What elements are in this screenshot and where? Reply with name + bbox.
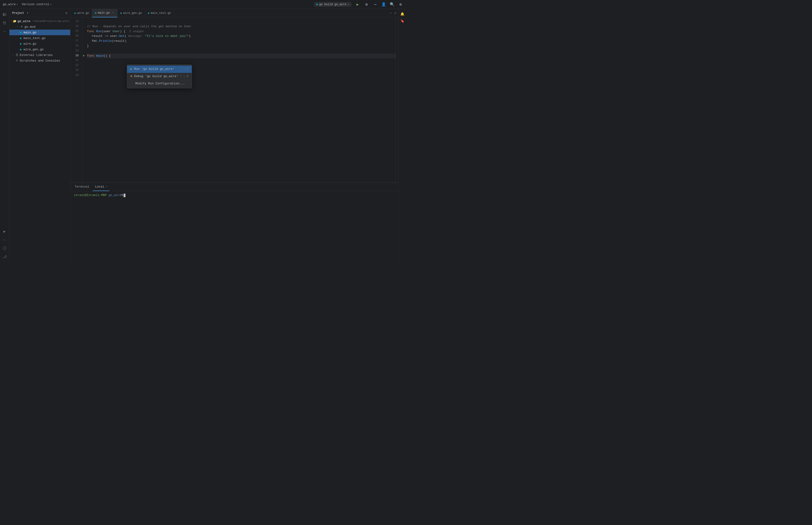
editor-scrollbar[interactable]	[396, 17, 398, 183]
code-line-29	[87, 49, 396, 54]
icon-bar: ⋯ ▶ >_ ⓘ ⎇	[0, 9, 10, 262]
ln-32: 32	[71, 63, 79, 68]
sidebar-tree: ▾ 📁 go_wire ~/GolandProjects/go_wire › ≡…	[10, 17, 70, 262]
bottom-panel: Terminal Local × israel@Israels-MBP go_w…	[71, 183, 398, 262]
scratches-name: Scratches and Consoles	[20, 59, 60, 62]
wire-gen-go-tab-icon: ◉	[120, 12, 122, 15]
project-selector[interactable]: go_wire ▾	[3, 3, 18, 6]
tab-main-test-go[interactable]: ◉ main_test.go	[145, 9, 174, 17]
code-line-31	[87, 58, 396, 63]
ext-lib-icon: ☰	[15, 53, 19, 57]
code-editor[interactable]: 23 24 25 26 27 28 29 30 31 32 33 34	[71, 17, 398, 183]
debug-button[interactable]: ⚙	[364, 2, 369, 7]
code-line-27: fmt.Println(result)	[87, 39, 396, 44]
tree-external-libs[interactable]: › ☰ External Libraries	[10, 52, 70, 58]
problems-icon[interactable]: ⓘ	[1, 245, 9, 252]
main-go-icon: ◉	[19, 31, 22, 34]
local-tab-label: Local	[95, 185, 104, 189]
tree-root-arrow: ▾	[11, 19, 13, 23]
run-button[interactable]: ▶	[355, 2, 361, 7]
top-bar: go_wire ▾ Version control ▾ ◉ go build g…	[0, 0, 406, 9]
menu-item-run[interactable]: ▶ Run 'go build go_wire' ^ ⇧ R	[127, 65, 192, 73]
sidebar-toggle-button[interactable]	[1, 11, 9, 18]
terminal-user: israel@Israels-MBP	[74, 193, 107, 198]
ln-23: 23	[71, 19, 79, 24]
code-line-24: // Run - Depends on user and calls the g…	[87, 24, 396, 29]
main-go-tab-icon: ◉	[95, 11, 96, 14]
editor-check-icon: ✓	[394, 11, 398, 15]
terminal-tab-label: Terminal	[75, 185, 89, 189]
tree-main-test-go[interactable]: ◉ main_test.go	[10, 35, 70, 41]
modify-menu-label: Modify Run Configuration...	[135, 81, 185, 86]
code-line-26: result := user.Get( message: "It's nice …	[87, 34, 396, 39]
tree-wire-gen-go[interactable]: ◉ wire_gen.go	[10, 46, 70, 52]
sidebar-chevron[interactable]: ▾	[27, 12, 28, 15]
terminal-panel-icon[interactable]: >_	[1, 236, 9, 244]
tab-wire-gen-go[interactable]: ◉ wire_gen.go	[118, 9, 145, 17]
bottom-tab-terminal[interactable]: Terminal	[72, 183, 92, 191]
more-options-button[interactable]: ⋯	[373, 2, 378, 7]
terminal-prompt-sym: %	[121, 193, 123, 198]
search-button[interactable]: 🔍	[389, 2, 395, 7]
ln-28: 28	[71, 44, 79, 49]
scratches-arrow	[11, 59, 15, 62]
ln-27: 27	[71, 39, 79, 44]
ext-lib-arrow: ›	[11, 53, 15, 57]
main-go-tab-close[interactable]: ×	[111, 11, 114, 15]
code-content[interactable]: // Run - Depends on user and calls the g…	[82, 17, 396, 183]
tree-root-folder[interactable]: ▾ 📁 go_wire ~/GolandProjects/go_wire	[10, 18, 70, 24]
top-bar-right: ◉ go build go_wire ▾ ▶ ⚙ ⋯ 👤 🔍 ⚙	[314, 2, 403, 7]
git-icon[interactable]: ⎇	[1, 253, 9, 260]
menu-item-debug[interactable]: ⚙ Debug 'go build go_wire' ^ ⇧ D	[127, 73, 192, 80]
icon-bar-bottom: ▶ >_ ⓘ ⎇	[1, 228, 9, 262]
run-config-name: go build go_wire	[319, 3, 346, 6]
run-config-chevron: ▾	[348, 3, 349, 6]
tree-wire-go[interactable]: ◉ wire.go	[10, 41, 70, 46]
tree-go-mod[interactable]: › ≡ go.mod	[10, 24, 70, 30]
ext-lib-name: External Libraries	[20, 53, 52, 57]
bottom-tab-local[interactable]: Local ×	[93, 183, 109, 191]
profile-button[interactable]: 👤	[381, 2, 386, 7]
run-panel-icon[interactable]: ▶	[1, 228, 9, 235]
wire-go-tab-icon: ◉	[74, 12, 76, 15]
svg-rect-3	[5, 21, 6, 23]
bookmarks-right-icon[interactable]: 🔖	[399, 18, 405, 24]
local-tab-close[interactable]: ×	[106, 185, 107, 188]
project-chevron: ▾	[17, 3, 18, 6]
sidebar-settings-icon[interactable]: ⚙	[65, 11, 67, 15]
run-gutter-icon[interactable]: ▶	[83, 54, 85, 58]
go-mod-icon: ≡	[20, 25, 24, 29]
tabs-overflow-button[interactable]: ⋯	[389, 11, 393, 15]
bottom-tabs: Terminal Local ×	[71, 183, 398, 191]
ln-30: 30	[71, 54, 79, 59]
vcs-selector[interactable]: Version control ▾	[22, 3, 52, 6]
main-test-go-icon: ◉	[19, 36, 22, 40]
settings-button[interactable]: ⚙	[398, 2, 403, 7]
plugins-icon[interactable]: ⋯	[1, 28, 9, 35]
main-layout: ⋯ ▶ >_ ⓘ ⎇ Project ▾ ⚙ ▾ 📁 go_wire ~/Gol…	[0, 9, 406, 262]
go-mod-name: go.mod	[25, 25, 35, 29]
terminal-prompt: israel@Israels-MBP go_wire %	[74, 193, 395, 198]
svg-rect-4	[3, 23, 4, 25]
ln-26: 26	[71, 34, 79, 39]
tab-wire-go[interactable]: ◉ wire.go	[72, 9, 92, 17]
main-go-tab-label: main.go	[98, 11, 110, 15]
terminal-content[interactable]: israel@Israels-MBP go_wire %	[71, 191, 398, 262]
tree-main-go[interactable]: ◉ main.go	[10, 30, 70, 35]
wire-gen-go-icon: ◉	[19, 47, 22, 51]
ln-34: 34	[71, 73, 79, 78]
main-test-go-tab-label: main_test.go	[151, 12, 171, 15]
structure-icon[interactable]	[1, 19, 9, 27]
ln-33: 33	[71, 68, 79, 73]
code-line-23	[87, 19, 396, 24]
code-line-30: ▶ func main() {	[87, 54, 396, 59]
notifications-icon[interactable]: 🔔	[399, 11, 405, 17]
run-config-selector[interactable]: ◉ go build go_wire ▾	[314, 2, 352, 7]
menu-item-modify[interactable]: Modify Run Configuration...	[127, 80, 192, 87]
right-icon-bar: 🔔 🔖	[398, 9, 406, 262]
tree-scratches[interactable]: ≡ Scratches and Consoles	[10, 58, 70, 63]
debug-menu-icon: ⚙	[131, 74, 132, 79]
root-folder-icon: 📁	[13, 19, 16, 23]
code-line-28: }	[87, 44, 396, 49]
tab-main-go[interactable]: ◉ main.go ×	[92, 9, 118, 17]
